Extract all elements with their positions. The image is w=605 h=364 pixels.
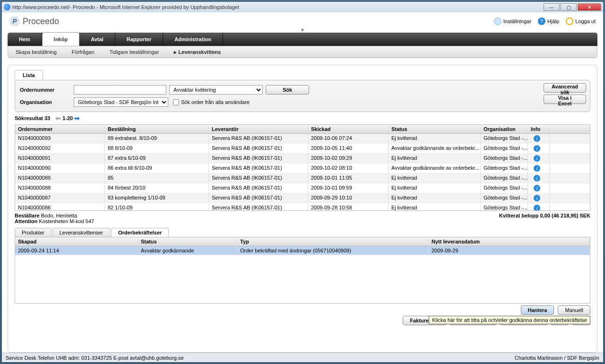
table-row[interactable]: N104000009389 extrabest. 8/10-09Servera …: [15, 134, 590, 144]
col-leverantor[interactable]: Leverantör: [209, 125, 308, 133]
subtab-skapa[interactable]: Skapa beställning: [8, 46, 64, 58]
ordernr-input[interactable]: [74, 85, 166, 95]
col-organisation[interactable]: Organisation: [481, 125, 528, 133]
window-title: - Proceedo - Microsoft Internet Explorer…: [69, 4, 239, 10]
info-icon[interactable]: i: [534, 195, 540, 201]
info-icon[interactable]: i: [534, 165, 540, 172]
window-maximize[interactable]: ▢: [561, 3, 577, 11]
sub-tabs: Skapa beställning Förfrågan Tidigare bes…: [8, 46, 597, 58]
all-users-checkbox[interactable]: [173, 99, 179, 105]
settings-link[interactable]: Inställningar: [494, 17, 531, 25]
page-tab-lista[interactable]: Lista: [15, 70, 43, 80]
chevron-right-icon: ▸: [174, 49, 177, 55]
confirmations-table: Skapad Status Typ Nytt leveransdatum 200…: [15, 237, 590, 303]
info-icon[interactable]: i: [534, 135, 540, 142]
page-prev-icon[interactable]: ⬅: [55, 115, 61, 121]
col2-status[interactable]: Status: [138, 237, 237, 246]
status-select[interactable]: Avvaktar kvittering: [169, 85, 263, 95]
window-close[interactable]: ✕: [578, 3, 601, 11]
table-row[interactable]: N104000009288 8/10-09Servera R&S AB (IK0…: [15, 144, 590, 154]
manuell-button[interactable]: Manuell: [558, 305, 590, 315]
logout-icon: [566, 17, 573, 25]
confirmation-row[interactable]: 2009-09-24 11:14 Avvaktar godkännande Or…: [15, 246, 590, 255]
dtab-orderbekr[interactable]: Orderbekräftelser: [111, 228, 169, 237]
dtab-leverans[interactable]: Leveranskvittenser: [52, 228, 110, 237]
page-next-icon[interactable]: ➡: [74, 115, 80, 121]
detail-owner: Beställare Bodo, Henrietta Attention Kos…: [15, 213, 94, 224]
main-tabs: Hem Inköp Avtal Rapporter Administration: [8, 33, 597, 46]
help-link[interactable]: ?Hjälp: [538, 17, 559, 25]
org-select[interactable]: Göteborgs Stad - SDF Bergsjön Int...: [74, 97, 168, 107]
col-info[interactable]: Info: [528, 125, 550, 133]
col-ordernummer[interactable]: Ordernummer: [15, 125, 105, 133]
tab-hem[interactable]: Hem: [8, 33, 42, 46]
result-count: Sökresultat 33: [15, 115, 50, 121]
table-row[interactable]: N104000009187 extra 6/10-09Servera R&S A…: [15, 154, 590, 164]
search-panel: Ordernummer Avvaktar kvittering Sök Orga…: [15, 80, 590, 112]
page-range: 1-20: [62, 115, 73, 121]
collapse-toggle-icon[interactable]: ▼: [2, 27, 603, 33]
subtab-leveranskvittens[interactable]: ▸Leveranskvittens: [166, 46, 228, 58]
help-icon: ?: [538, 17, 545, 25]
col-skickad[interactable]: Skickad: [308, 125, 389, 133]
app-logo: [9, 16, 20, 26]
subtab-forfragan[interactable]: Förfrågan: [64, 46, 102, 58]
table-row[interactable]: N104000008985Servera R&S AB (IK06157-01)…: [15, 173, 590, 183]
logout-link[interactable]: Logga ut: [566, 17, 596, 25]
app-brand: Proceedo: [23, 17, 59, 26]
hantera-button[interactable]: Hantera: [521, 305, 554, 315]
info-icon[interactable]: i: [534, 175, 540, 182]
window-titlebar: http://www.proceedo.net/ - Proceedo - Mi…: [2, 2, 603, 12]
detail-amount: Kvitterat belopp 0,00 (46 218,95) SEK: [499, 213, 590, 224]
col-status[interactable]: Status: [389, 125, 481, 133]
table-row[interactable]: N104000008783 komplettering 1/10-09Serve…: [15, 193, 590, 203]
info-icon[interactable]: i: [534, 185, 540, 191]
info-icon[interactable]: i: [534, 155, 540, 162]
window-minimize[interactable]: —: [544, 3, 560, 11]
tab-avtal[interactable]: Avtal: [79, 33, 115, 46]
advanced-search-button[interactable]: Avancerad sök: [544, 83, 586, 93]
table-row[interactable]: N104000008884 förbest 20/10Servera R&S A…: [15, 183, 590, 193]
info-icon[interactable]: i: [534, 205, 540, 210]
all-users-label: Sök order från alla användare: [181, 99, 250, 105]
org-label: Organisation: [20, 99, 71, 105]
col-bestallning[interactable]: Beställning: [105, 125, 209, 133]
results-table: Ordernummer Beställning Leverantör Skick…: [15, 124, 590, 211]
col2-nytt[interactable]: Nytt leveransdatum: [429, 237, 590, 246]
subtab-tidigare[interactable]: Tidigare beställningar: [102, 46, 167, 58]
col2-typ[interactable]: Typ: [237, 237, 429, 246]
excel-button[interactable]: Visa i Excel: [544, 95, 586, 104]
table-row[interactable]: N104000008682 1/10-09Servera R&S AB (IK0…: [15, 203, 590, 210]
settings-icon: [494, 17, 501, 25]
footer-left: Service Desk Telefon UHB adm: 031-334372…: [6, 355, 184, 361]
ie-icon: [4, 4, 10, 10]
tab-administration[interactable]: Administration: [163, 33, 223, 46]
table-row[interactable]: N104000009086 extra till 6/10-09Servera …: [15, 164, 590, 173]
col2-skapad[interactable]: Skapad: [15, 237, 138, 246]
tab-inkop[interactable]: Inköp: [42, 32, 79, 46]
footer-right: Charlotta Martinsson / SDF Bergsjön: [515, 355, 599, 361]
window-url: http://www.proceedo.net/: [12, 4, 69, 10]
search-button[interactable]: Sök: [266, 85, 309, 95]
info-icon[interactable]: i: [534, 145, 540, 152]
dtab-produkter[interactable]: Produkter: [15, 228, 52, 237]
ordernr-label: Ordernummer: [20, 87, 71, 93]
hantera-tooltip: Klicka här för att titta på och/eller go…: [429, 316, 590, 324]
tab-rapporter[interactable]: Rapporter: [115, 33, 164, 46]
